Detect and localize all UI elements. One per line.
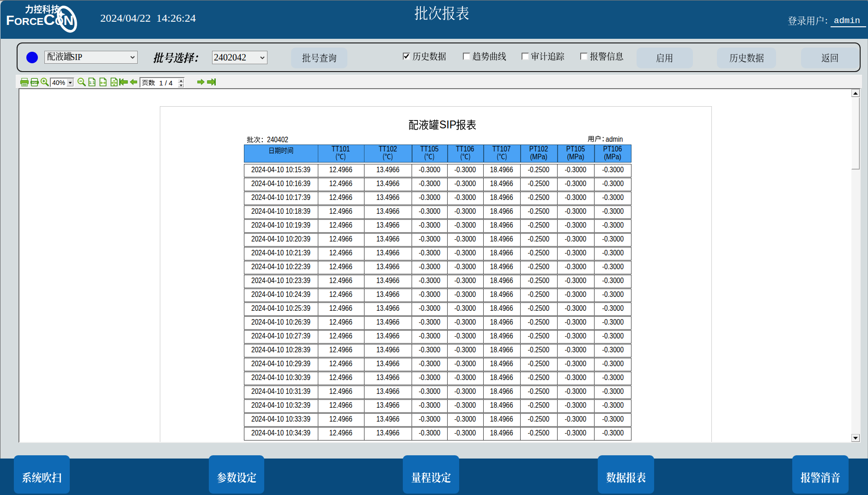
svg-text:PDF: PDF: [32, 81, 37, 84]
svg-text:1:1: 1:1: [89, 80, 95, 85]
svg-text:FORCECON: FORCECON: [6, 11, 73, 28]
